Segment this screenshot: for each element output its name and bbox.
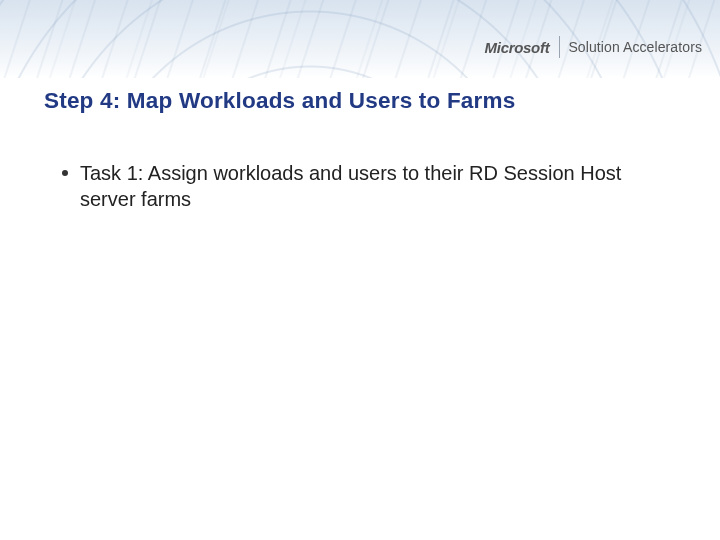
brand-lockup: Microsoft Solution Accelerators: [485, 36, 702, 58]
slide: Microsoft Solution Accelerators Step 4: …: [0, 0, 720, 540]
brand-product: Solution Accelerators: [568, 39, 702, 55]
brand-company: Microsoft: [485, 39, 552, 56]
bullet-item: Task 1: Assign workloads and users to th…: [62, 160, 660, 213]
slide-title: Step 4: Map Workloads and Users to Farms: [44, 88, 676, 114]
slide-body: Task 1: Assign workloads and users to th…: [62, 160, 660, 213]
bullet-text: Task 1: Assign workloads and users to th…: [80, 162, 621, 210]
brand-divider: [559, 36, 560, 58]
